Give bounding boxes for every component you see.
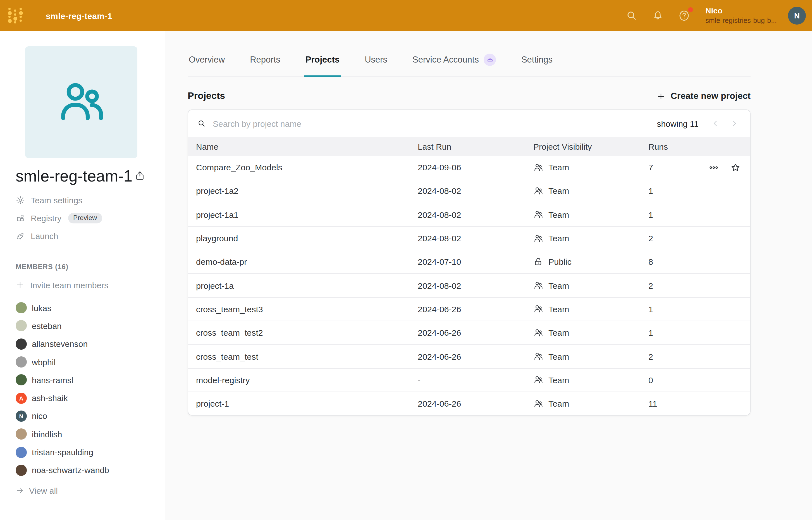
tab[interactable]: Users	[364, 49, 388, 77]
user-info[interactable]: Nico smle-registries-bug-b...	[705, 6, 777, 26]
project-row[interactable]: playground 2024-08-02	[188, 226, 750, 250]
row-actions	[699, 162, 750, 172]
crown-badge	[484, 54, 496, 66]
team-tabs: Overview Reports	[188, 49, 751, 77]
project-runs: 2	[648, 352, 699, 361]
projects-panel: showing 11 Name Last Run	[188, 109, 751, 416]
team-name: smle-reg-team-1	[16, 165, 133, 188]
main-content: Overview Reports	[165, 31, 812, 520]
visibility-label: Team	[548, 328, 569, 337]
create-new-project-button[interactable]: Create new project	[657, 91, 751, 101]
team-people-icon	[533, 351, 543, 361]
project-row[interactable]: project-1a2 2024-08-02	[188, 179, 750, 203]
visibility-label: Team	[548, 281, 569, 290]
member-row[interactable]: N nico	[16, 407, 165, 425]
team-people-icon	[533, 304, 543, 314]
project-row[interactable]: cross_team_test3 2024-06-26	[188, 297, 750, 321]
visibility-label: Team	[548, 233, 569, 243]
project-runs: 0	[648, 375, 699, 385]
share-icon[interactable]	[135, 171, 145, 181]
project-name: cross_team_test2	[196, 328, 418, 337]
search-icon[interactable]	[626, 9, 638, 22]
member-avatar	[16, 338, 27, 349]
project-visibility: Team	[533, 209, 648, 219]
sidebar-item-registry[interactable]: Registry Preview	[16, 209, 165, 227]
project-row[interactable]: project-1a1 2024-08-02	[188, 203, 750, 226]
team-avatar	[25, 46, 137, 158]
visibility-label: Team	[548, 352, 569, 361]
project-last-run: 2024-08-02	[418, 281, 533, 290]
gear-icon	[16, 195, 25, 205]
team-sidebar: smle-reg-team-1 Team settings	[0, 31, 165, 520]
tab[interactable]: Settings	[520, 49, 554, 77]
project-row[interactable]: Compare_Zoo_Models 2024-09-06	[188, 156, 750, 179]
project-visibility: Team	[533, 162, 648, 172]
member-avatar	[16, 428, 27, 440]
search-icon	[197, 119, 206, 128]
member-avatar	[16, 356, 27, 367]
project-name: model-registry	[196, 375, 418, 385]
visibility-label: Team	[548, 399, 569, 408]
project-runs: 1	[648, 305, 699, 314]
member-row[interactable]: hans-ramsl	[16, 371, 165, 389]
project-search-input[interactable]	[212, 118, 651, 129]
more-options-icon[interactable]	[709, 162, 719, 172]
project-row[interactable]: model-registry -	[188, 368, 750, 392]
plus-icon	[657, 92, 665, 100]
app-root: smle-reg-team-1	[0, 0, 812, 520]
help-icon[interactable]	[678, 9, 690, 22]
project-row[interactable]: demo-data-pr 2024-07-10	[188, 250, 750, 274]
wandb-logo-icon[interactable]	[0, 0, 31, 31]
member-row[interactable]: allanstevenson	[16, 335, 165, 353]
member-name: ibindlish	[32, 429, 62, 439]
visibility-label: Team	[548, 162, 569, 172]
member-name: allanstevenson	[32, 339, 88, 348]
tab-label: Settings	[521, 55, 553, 65]
tab[interactable]: Service Accounts	[411, 49, 497, 77]
project-last-run: 2024-07-10	[418, 257, 533, 267]
member-name: esteban	[32, 321, 62, 331]
member-name: wbphil	[32, 357, 56, 367]
member-row[interactable]: lukas	[16, 299, 165, 317]
tab[interactable]: Reports	[249, 49, 282, 77]
user-org: smle-registries-bug-b...	[705, 16, 777, 26]
member-row[interactable]: noa-schwartz-wandb	[16, 461, 165, 479]
user-name: Nico	[705, 6, 777, 16]
next-page-button[interactable]	[728, 117, 741, 130]
member-row[interactable]: tristan-spaulding	[16, 443, 165, 461]
tab[interactable]: Projects	[304, 49, 341, 77]
visibility-label: Team	[548, 375, 569, 385]
visibility-label: Public	[548, 257, 572, 267]
tab[interactable]: Overview	[188, 49, 226, 77]
project-row[interactable]: project-1 2024-06-26	[188, 392, 750, 415]
prev-page-button[interactable]	[709, 117, 722, 130]
sidebar-item-team-settings[interactable]: Team settings	[16, 191, 165, 209]
team-people-icon	[55, 76, 107, 128]
chevron-right-icon	[731, 120, 738, 127]
member-row[interactable]: wbphil	[16, 353, 165, 371]
sidebar-item-launch[interactable]: Launch	[16, 227, 165, 245]
lock-open-icon	[533, 257, 543, 267]
project-name: project-1a1	[196, 210, 418, 219]
star-icon[interactable]	[731, 162, 740, 172]
notifications-bell-icon[interactable]	[652, 9, 664, 22]
member-row[interactable]: A ash-shaik	[16, 389, 165, 407]
project-row[interactable]: cross_team_test 2024-06-26	[188, 344, 750, 368]
project-name: playground	[196, 233, 418, 243]
project-last-run: 2024-06-26	[418, 399, 533, 408]
column-header-name: Name	[196, 141, 418, 151]
view-all-members-link[interactable]: View all	[16, 486, 165, 495]
invite-team-members-button[interactable]: Invite team members	[16, 278, 165, 291]
user-avatar[interactable]: N	[788, 7, 806, 25]
project-last-run: 2024-06-26	[418, 328, 533, 337]
project-name: project-1a2	[196, 186, 418, 196]
project-row[interactable]: project-1a 2024-08-02	[188, 274, 750, 297]
project-last-run: -	[418, 375, 533, 385]
member-row[interactable]: esteban	[16, 317, 165, 335]
project-search-row: showing 11	[188, 110, 750, 137]
project-name: project-1	[196, 399, 418, 408]
member-row[interactable]: ibindlish	[16, 425, 165, 443]
project-row[interactable]: cross_team_test2 2024-06-26	[188, 320, 750, 344]
project-last-run: 2024-06-26	[418, 305, 533, 314]
chevron-left-icon	[711, 120, 719, 127]
